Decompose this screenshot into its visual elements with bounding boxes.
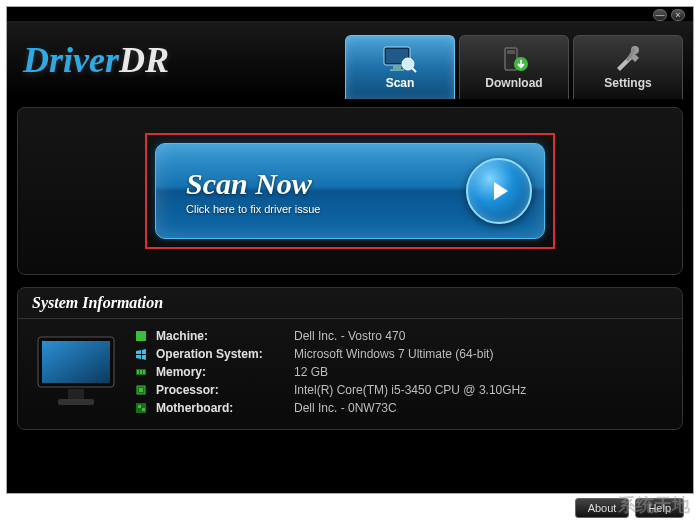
header: DriverDR Scan xyxy=(7,21,693,99)
svg-rect-19 xyxy=(143,370,145,374)
svg-rect-21 xyxy=(139,388,143,392)
os-value: Microsoft Windows 7 Ultimate (64-bit) xyxy=(294,347,493,361)
motherboard-icon xyxy=(134,401,148,415)
svg-rect-12 xyxy=(42,341,110,383)
scan-title: Scan Now xyxy=(186,167,466,201)
help-button[interactable]: Help xyxy=(635,498,684,518)
download-icon xyxy=(497,46,531,74)
scan-button-text: Scan Now Click here to fix driver issue xyxy=(186,167,466,215)
minimize-button[interactable]: — xyxy=(653,9,667,21)
memory-icon xyxy=(134,365,148,379)
tab-scan-label: Scan xyxy=(386,76,415,90)
row-memory: Memory: 12 GB xyxy=(134,363,668,381)
row-processor: Processor: Intel(R) Core(TM) i5-3450 CPU… xyxy=(134,381,668,399)
svg-rect-24 xyxy=(142,408,145,411)
memory-label: Memory: xyxy=(156,365,286,379)
row-machine: Machine: Dell Inc. - Vostro 470 xyxy=(134,327,668,345)
system-info-body: Machine: Dell Inc. - Vostro 470 Operatio… xyxy=(18,318,682,429)
os-icon xyxy=(134,347,148,361)
titlebar: — × xyxy=(7,7,693,21)
logo-part1: Driver xyxy=(23,40,119,80)
cpu-icon xyxy=(134,383,148,397)
memory-value: 12 GB xyxy=(294,365,328,379)
close-button[interactable]: × xyxy=(671,9,685,21)
machine-label: Machine: xyxy=(156,329,286,343)
motherboard-label: Motherboard: xyxy=(156,401,286,415)
svg-rect-3 xyxy=(390,69,404,71)
row-motherboard: Motherboard: Dell Inc. - 0NW73C xyxy=(134,399,668,417)
machine-value: Dell Inc. - Vostro 470 xyxy=(294,329,405,343)
main-tabs: Scan Download xyxy=(345,21,683,99)
processor-label: Processor: xyxy=(156,383,286,397)
svg-rect-18 xyxy=(140,370,142,374)
svg-marker-10 xyxy=(494,182,508,200)
svg-rect-2 xyxy=(393,66,401,69)
svg-line-5 xyxy=(412,68,416,72)
content-area: Scan Now Click here to fix driver issue … xyxy=(7,99,693,493)
app-logo: DriverDR xyxy=(17,39,345,81)
row-os: Operation System: Microsoft Windows 7 Ul… xyxy=(134,345,668,363)
app-window: — × DriverDR Scan xyxy=(6,6,694,494)
processor-value: Intel(R) Core(TM) i5-3450 CPU @ 3.10GHz xyxy=(294,383,526,397)
about-button[interactable]: About xyxy=(575,498,630,518)
machine-icon xyxy=(134,329,148,343)
motherboard-value: Dell Inc. - 0NW73C xyxy=(294,401,397,415)
svg-rect-14 xyxy=(58,399,94,405)
logo-part2: DR xyxy=(119,40,169,80)
tools-icon xyxy=(611,46,645,74)
footer-buttons: About Help xyxy=(575,498,684,518)
svg-rect-17 xyxy=(137,370,139,374)
os-label: Operation System: xyxy=(156,347,286,361)
svg-rect-7 xyxy=(507,50,515,54)
tab-download[interactable]: Download xyxy=(459,35,569,99)
scan-now-button[interactable]: Scan Now Click here to fix driver issue xyxy=(155,143,545,239)
system-info-panel: System Information Machine: Del xyxy=(17,287,683,430)
tab-settings[interactable]: Settings xyxy=(573,35,683,99)
play-icon xyxy=(466,158,532,224)
tab-scan[interactable]: Scan xyxy=(345,35,455,99)
tab-settings-label: Settings xyxy=(604,76,651,90)
scan-panel: Scan Now Click here to fix driver issue xyxy=(17,107,683,275)
scan-subtitle: Click here to fix driver issue xyxy=(186,203,466,215)
system-info-table: Machine: Dell Inc. - Vostro 470 Operatio… xyxy=(134,327,668,417)
svg-rect-23 xyxy=(138,405,141,408)
monitor-search-icon xyxy=(383,46,417,74)
scan-highlight: Scan Now Click here to fix driver issue xyxy=(145,133,555,249)
tab-download-label: Download xyxy=(485,76,542,90)
system-info-heading: System Information xyxy=(18,288,682,318)
svg-rect-13 xyxy=(68,389,84,399)
svg-rect-15 xyxy=(136,331,146,341)
monitor-icon xyxy=(32,327,122,417)
